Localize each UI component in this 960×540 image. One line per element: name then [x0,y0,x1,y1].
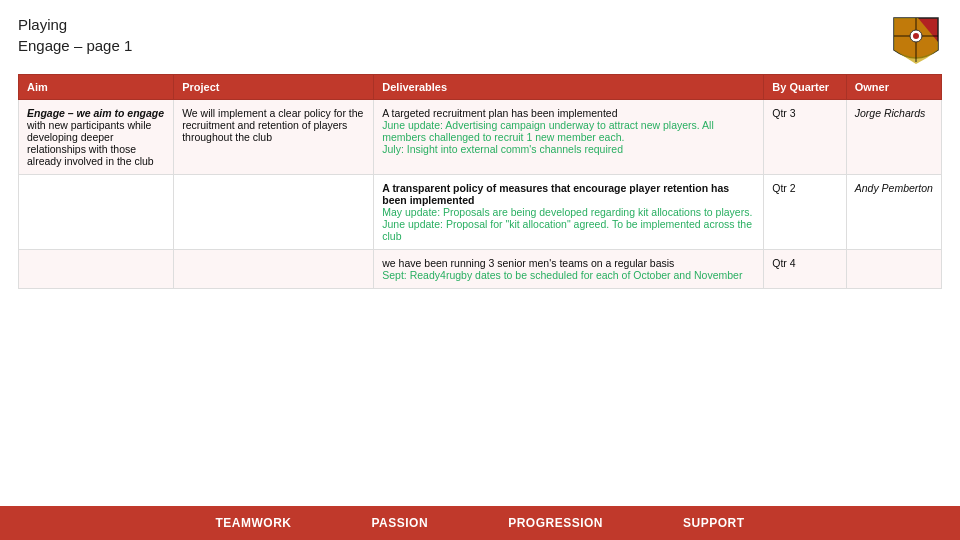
footer-item-progression: PROGRESSION [508,516,603,530]
aim-cell-2 [19,175,174,250]
col-deliverables: Deliverables [374,75,764,100]
footer-item-support: SUPPORT [683,516,745,530]
deliverables-cell-3: we have been running 3 senior men's team… [374,250,764,289]
page-title: Playing Engage – page 1 [18,14,132,56]
title-line2: Engage – page 1 [18,35,132,56]
col-owner: Owner [846,75,941,100]
page-container: Playing Engage – page 1 Aim Proj [0,0,960,540]
project-cell-1: We will implement a clear policy for the… [174,100,374,175]
table-row: Engage – we aim to engage with new parti… [19,100,942,175]
owner-cell-3 [846,250,941,289]
col-project: Project [174,75,374,100]
quarter-cell-3: Qtr 4 [764,250,846,289]
table-row: we have been running 3 senior men's team… [19,250,942,289]
project-cell-3 [174,250,374,289]
deliverables-cell-1: A targeted recruitment plan has been imp… [374,100,764,175]
footer: TEAMWORK PASSION PROGRESSION SUPPORT [0,506,960,540]
quarter-cell-1: Qtr 3 [764,100,846,175]
table-row: A transparent policy of measures that en… [19,175,942,250]
svg-point-3 [913,33,919,39]
deliverables-cell-2: A transparent policy of measures that en… [374,175,764,250]
project-cell-2 [174,175,374,250]
aim-cell-3 [19,250,174,289]
owner-cell-2: Andy Pemberton [846,175,941,250]
page-header: Playing Engage – page 1 [0,0,960,74]
footer-item-passion: PASSION [372,516,429,530]
main-table: Aim Project Deliverables By Quarter Owne… [18,74,942,289]
col-aim: Aim [19,75,174,100]
aim-cell-1: Engage – we aim to engage with new parti… [19,100,174,175]
logo-crest [890,14,942,66]
footer-item-teamwork: TEAMWORK [216,516,292,530]
col-quarter: By Quarter [764,75,846,100]
owner-cell-1: Jorge Richards [846,100,941,175]
quarter-cell-2: Qtr 2 [764,175,846,250]
title-line1: Playing [18,14,132,35]
